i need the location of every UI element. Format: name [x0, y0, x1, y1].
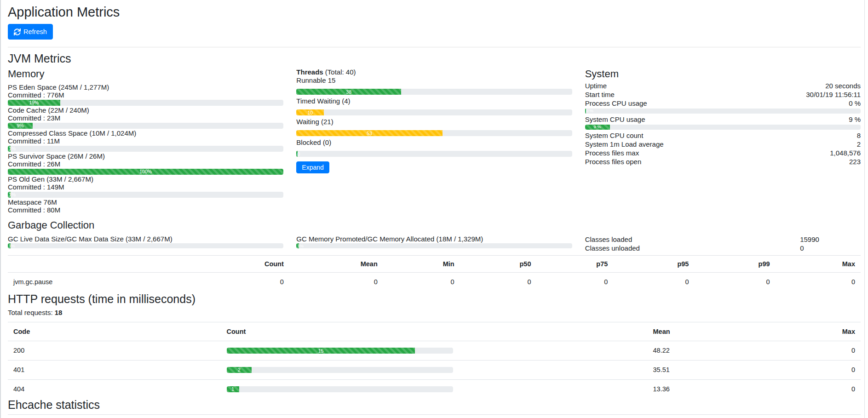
thread-entry: Blocked (0)0 — [296, 138, 572, 157]
http-row-max: 0 — [759, 379, 861, 398]
progress-fill: 19% — [8, 100, 60, 106]
memory-entry: Compressed Class Space (10M / 1,024M)Com… — [8, 129, 283, 152]
http-table-row: 401235.510 — [8, 361, 861, 380]
thread-entry-label: Waiting (21) — [296, 118, 572, 126]
http-row-max: 0 — [759, 361, 861, 380]
gc-table-header-row: CountMeanMinp50p75p95p99Max — [8, 255, 861, 273]
classes-row-value: 0 — [800, 244, 804, 252]
refresh-button[interactable]: Refresh — [8, 24, 53, 40]
gc-table-wrap: CountMeanMinp50p75p95p99Max jvm.gc.pause… — [8, 255, 861, 292]
gc-row: GC Live Data Size/GC Max Data Size (33M … — [8, 235, 861, 252]
system-row-value: 0 % — [849, 99, 861, 108]
system-row-value: 2 — [857, 140, 861, 149]
classes-row-label: Classes unloaded — [585, 244, 800, 252]
progress-fill: 1 — [227, 386, 240, 392]
http-count-bar: 15 — [227, 348, 453, 354]
threads-heading-total: (Total: 40) — [323, 68, 356, 76]
memory-entry-committed: Committed : 149M — [8, 183, 283, 191]
memory-entry: Metaspace 76MCommitted : 80M — [8, 198, 283, 214]
memory-entry-label: PS Eden Space (245M / 1,277M) — [8, 83, 283, 91]
memory-entry-label: Compressed Class Space (10M / 1,024M) — [8, 129, 283, 137]
progress-label: 53 — [367, 129, 372, 137]
http-requests-heading: HTTP requests (time in milliseconds) — [8, 292, 861, 306]
gc-table-col-header: p75 — [536, 255, 613, 273]
http-table-col-header: Max — [759, 322, 861, 341]
progress-fill: 1% — [296, 243, 299, 248]
classes-row-value: 15990 — [800, 235, 819, 244]
system-usage-bar: 9 % — [585, 125, 861, 130]
system-rows: Uptime20 secondsStart time30/01/19 11:56… — [585, 81, 861, 166]
memory-entry-committed: Committed : 26M — [8, 160, 283, 168]
memory-usage-bar: 9% — [8, 123, 283, 129]
http-row-mean: 48.22 — [648, 341, 759, 361]
thread-entry-label: Timed Waiting (4) — [296, 97, 572, 105]
system-row-label: Uptime — [585, 81, 607, 90]
http-row-code: 401 — [8, 361, 221, 380]
system-row-label: System CPU usage — [585, 115, 645, 124]
header-divider — [8, 47, 861, 47]
http-table-row: 404113.360 — [8, 379, 861, 398]
expand-button[interactable]: Expand — [296, 161, 329, 173]
memory-entry-label: Code Cache (22M / 240M) — [8, 106, 283, 114]
thread-entry: Runnable 1538 — [296, 76, 572, 95]
thread-entry: Timed Waiting (4)10 — [296, 97, 572, 115]
progress-label: 19% — [29, 99, 39, 107]
memory-entry: PS Old Gen (33M / 2,667M)Committed : 149… — [8, 175, 283, 198]
http-count-bar: 2 — [227, 367, 453, 373]
gc-memory-promoted-col: GC Memory Promoted/GC Memory Allocated (… — [296, 235, 572, 252]
memory-entry-committed: Committed : 23M — [8, 114, 283, 122]
system-row-value: 8 — [857, 131, 861, 140]
gc-metric-value: 0 — [613, 273, 694, 292]
system-column: System Uptime20 secondsStart time30/01/1… — [585, 68, 861, 214]
gc-usage-bar: 1% — [8, 243, 283, 248]
system-row-label: System 1m Load average — [585, 140, 664, 149]
classes-row: Classes loaded15990 — [585, 235, 861, 244]
thread-usage-bar: 38 — [296, 89, 572, 95]
http-row-count-cell: 2 — [221, 361, 648, 380]
total-requests-label: Total requests: — [8, 309, 53, 316]
threads-heading: Threads (Total: 40) — [296, 68, 572, 76]
jvm-metrics-heading: JVM Metrics — [8, 52, 861, 65]
system-row-label: Process CPU usage — [585, 99, 647, 108]
http-table-header-row: CodeCountMeanMax — [8, 322, 861, 341]
gc-metric-name: jvm.gc.pause — [8, 273, 213, 292]
thread-entry-label: Blocked (0) — [296, 138, 572, 147]
progress-label: 9% — [17, 122, 23, 130]
system-row-value: 223 — [849, 157, 861, 166]
ehcache-heading: Ehcache statistics — [8, 398, 861, 412]
system-row: Process CPU usage0 % — [585, 99, 861, 108]
ehcache-col-header: Cache Hits — [332, 415, 426, 418]
memory-entry: PS Eden Space (245M / 1,277M)Committed :… — [8, 83, 283, 106]
memory-entry-committed: Committed : 11M — [8, 137, 283, 145]
gc-table-col-header: Min — [383, 255, 460, 273]
system-row-label: Process files max — [585, 149, 639, 157]
system-row-value: 20 seconds — [825, 81, 861, 90]
system-row-label: Start time — [585, 90, 615, 99]
memory-entries: PS Eden Space (245M / 1,277M)Committed :… — [8, 83, 283, 214]
progress-fill: 0 % — [585, 109, 586, 114]
ehcache-col-header: Cache Gets — [540, 415, 637, 418]
gc-table-col-header: p95 — [613, 255, 694, 273]
memory-entry: Code Cache (22M / 240M)Committed : 23M9% — [8, 106, 283, 129]
memory-entry-label: PS Survivor Space (26M / 26M) — [8, 152, 283, 160]
gc-bar-label: GC Memory Promoted/GC Memory Allocated (… — [296, 235, 572, 243]
gc-bar-label: GC Live Data Size/GC Max Data Size (33M … — [8, 235, 283, 243]
progress-fill: 100% — [8, 169, 283, 175]
progress-label: 9 % — [593, 125, 601, 130]
progress-fill: 38 — [296, 89, 401, 95]
system-row-value: 1,048,576 — [830, 149, 861, 157]
ehcache-col-header: Cache Misses — [425, 415, 540, 418]
threads-column: Threads (Total: 40) Runnable 1538Timed W… — [296, 68, 572, 214]
gc-table-col-header: Mean — [289, 255, 383, 273]
system-usage-bar: 0 % — [585, 109, 861, 114]
progress-label: 38 — [346, 88, 351, 96]
gc-metric-value: 0 — [776, 273, 861, 292]
memory-usage-bar: 1% — [8, 146, 283, 152]
progress-fill: 1% — [8, 192, 11, 198]
http-row-max: 0 — [759, 341, 861, 361]
gc-metric-value: 0 — [383, 273, 460, 292]
progress-fill: 15 — [227, 348, 415, 354]
gc-metric-value: 0 — [289, 273, 383, 292]
ehcache-col-header: Cache Miss % — [741, 415, 861, 418]
thread-entry-label: Runnable 15 — [296, 76, 572, 85]
